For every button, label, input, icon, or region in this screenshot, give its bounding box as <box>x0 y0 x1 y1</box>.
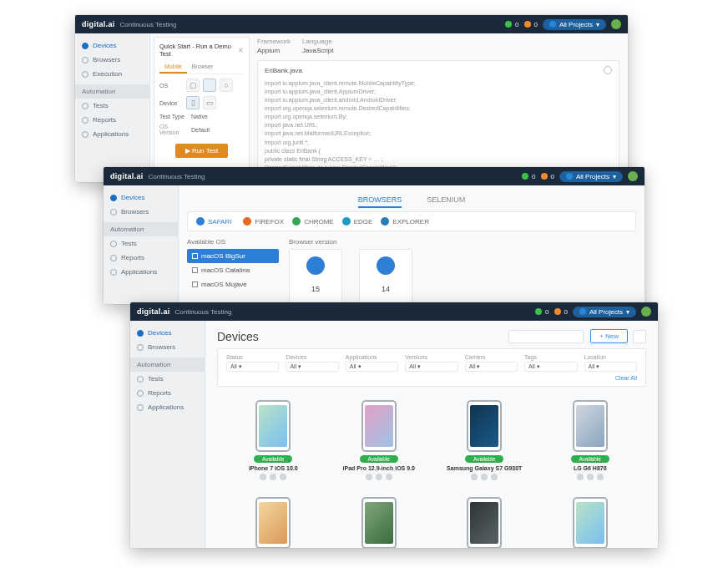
refresh-icon[interactable] <box>604 66 612 74</box>
browser-row: SAFARIFIREFOXCHROMEEDGEEXPLORER <box>187 211 636 231</box>
available-os-label: Available OS <box>187 238 279 246</box>
close-icon[interactable]: ✕ <box>238 47 244 54</box>
filter-tags[interactable]: TagsAll ▾ <box>521 352 580 373</box>
filter-devices[interactable]: DevicesAll ▾ <box>282 352 341 373</box>
tab-browser[interactable]: Browser <box>187 61 219 74</box>
log-line: import io.appium.java_client.android.And… <box>265 96 612 104</box>
sidebar-item-browsers[interactable]: Browsers <box>130 340 205 354</box>
device-card[interactable]: AvailableiPhone 7 (Silver) iOS 10.2 <box>546 497 635 548</box>
filter-applications[interactable]: ApplicationsAll ▾ <box>342 352 402 373</box>
device-tablet-icon[interactable]: ▭ <box>203 96 216 109</box>
status-indicator-2[interactable]: 0 <box>554 308 568 316</box>
filter-carriers[interactable]: CarriersAll ▾ <box>462 352 521 373</box>
os-android-icon[interactable]: ▢ <box>186 79 200 92</box>
sidebar: Devices Browsers Automation Tests Report… <box>104 185 179 304</box>
status-indicator-1[interactable]: 0 <box>522 173 535 180</box>
browser-icon <box>342 217 351 226</box>
status-indicator-1[interactable]: 0 <box>505 21 518 28</box>
os-item[interactable]: macOS Mojave <box>187 277 279 292</box>
status-badge: Available <box>465 455 503 463</box>
device-thumbnail <box>467 497 502 548</box>
user-avatar[interactable] <box>628 171 638 181</box>
browser-tab-explorer[interactable]: EXPLORER <box>381 217 429 226</box>
clear-all-link[interactable]: Clear All <box>223 373 640 383</box>
projects-dropdown[interactable]: All Projects ▾ <box>543 19 606 30</box>
brand-logo: digital.ai <box>137 307 170 316</box>
browser-tab-firefox[interactable]: FIREFOX <box>243 217 284 226</box>
sidebar-item-reports[interactable]: Reports <box>130 386 205 400</box>
status-indicator-2[interactable]: 0 <box>524 21 538 28</box>
sidebar-item-applications[interactable]: Applications <box>104 265 178 279</box>
device-name: LG G6 H870 <box>574 465 607 471</box>
status-indicator-2[interactable]: 0 <box>541 173 554 180</box>
browser-icon <box>292 217 301 226</box>
filter-versions[interactable]: VersionsAll ▾ <box>402 352 461 373</box>
titlebar: digital.ai Continuous Testing 0 0 All Pr… <box>130 302 658 321</box>
sidebar-section: Automation <box>104 222 178 236</box>
browser-tab-edge[interactable]: EDGE <box>342 217 373 226</box>
user-avatar[interactable] <box>611 19 621 29</box>
sidebar-item-reports[interactable]: Reports <box>104 251 178 265</box>
browser-tab-safari[interactable]: SAFARI <box>196 217 235 226</box>
browser-icon <box>196 217 205 226</box>
device-card[interactable]: AvailableiPhone 7 iOS 10.0 <box>229 400 318 480</box>
new-button[interactable]: + New <box>590 329 628 343</box>
device-thumbnail <box>573 400 608 452</box>
sidebar-item-devices[interactable]: Devices <box>75 38 149 53</box>
sidebar: Devices Browsers Execution Automation Te… <box>75 33 150 182</box>
sidebar-item-applications[interactable]: Applications <box>75 127 149 141</box>
version-card[interactable]: 14macOS Big Sur <box>359 249 412 304</box>
product-name: Continuous Testing <box>149 173 205 180</box>
search-input[interactable] <box>508 330 584 343</box>
log-line: import java.net.MalformedURLException; <box>265 129 612 138</box>
sidebar-item-devices[interactable]: Devices <box>130 326 205 340</box>
test-type-value[interactable]: Native <box>191 114 208 119</box>
projects-dropdown[interactable]: All Projects ▾ <box>559 171 623 182</box>
safari-icon <box>377 256 395 275</box>
filter-location[interactable]: LocationAll ▾ <box>581 352 640 373</box>
tab-selenium[interactable]: SELENIUM <box>427 195 465 208</box>
code-panel: EriBank.java import io.appium.java_clien… <box>257 60 619 175</box>
run-test-button[interactable]: ▶ Run Test <box>175 144 229 158</box>
os-item[interactable]: macOS BigSur <box>187 249 279 263</box>
browser-tab-chrome[interactable]: CHROME <box>292 217 334 226</box>
device-action-icons <box>366 474 392 480</box>
view-toggle[interactable] <box>633 330 646 343</box>
product-name: Continuous Testing <box>120 21 177 28</box>
device-label: Device <box>159 100 183 106</box>
version-number: 15 <box>311 285 320 293</box>
checkbox-icon <box>192 253 198 259</box>
device-card[interactable]: AvailableiPhone 8 Plus iOS 11.0 <box>229 497 318 548</box>
projects-dropdown[interactable]: All Projects ▾ <box>573 307 636 317</box>
sidebar-item-browsers[interactable]: Browsers <box>75 53 149 67</box>
version-card[interactable]: 15macOS Big Sur <box>289 249 342 304</box>
device-phone-icon[interactable]: ▯ <box>186 96 200 109</box>
os-item[interactable]: macOS Catalina <box>187 263 279 277</box>
version-number: 14 <box>382 285 390 293</box>
os-other-icon[interactable]: ○ <box>220 79 233 92</box>
sidebar-item-tests[interactable]: Tests <box>75 99 149 113</box>
device-value[interactable]: Default <box>191 127 210 133</box>
sidebar-item-tests[interactable]: Tests <box>104 236 178 251</box>
device-card[interactable]: AvailableSamsung Galaxy S7 G930T <box>440 400 529 480</box>
sidebar-item-tests[interactable]: Tests <box>130 372 205 386</box>
sidebar-item-execution[interactable]: Execution <box>75 67 149 81</box>
status-indicator-1[interactable]: 0 <box>535 308 549 316</box>
device-card[interactable]: AvailableSamsung Galaxy Tab S2 T817 <box>335 497 424 548</box>
sidebar-item-reports[interactable]: Reports <box>75 113 149 127</box>
sidebar-item-applications[interactable]: Applications <box>130 400 205 414</box>
versions-label: Browser version <box>289 238 412 246</box>
filter-status[interactable]: StatusAll ▾ <box>223 352 282 373</box>
device-thumbnail <box>467 400 502 452</box>
user-avatar[interactable] <box>641 307 651 317</box>
device-card[interactable]: AvailableiPad Pro 12.9-inch iOS 9.0 <box>335 400 424 480</box>
device-thumbnail <box>573 497 608 548</box>
tab-browsers[interactable]: BROWSERS <box>358 195 402 208</box>
device-thumbnail <box>361 400 397 452</box>
sidebar-item-devices[interactable]: Devices <box>104 190 178 205</box>
sidebar-item-browsers[interactable]: Browsers <box>104 205 178 219</box>
tab-mobile[interactable]: Mobile <box>159 61 187 74</box>
device-card[interactable]: AvailableLG G6 H870 <box>546 400 635 480</box>
device-card[interactable]: AvailableMotorola Moto X Play XT1562 <box>440 497 529 548</box>
os-apple-icon[interactable] <box>203 79 216 92</box>
